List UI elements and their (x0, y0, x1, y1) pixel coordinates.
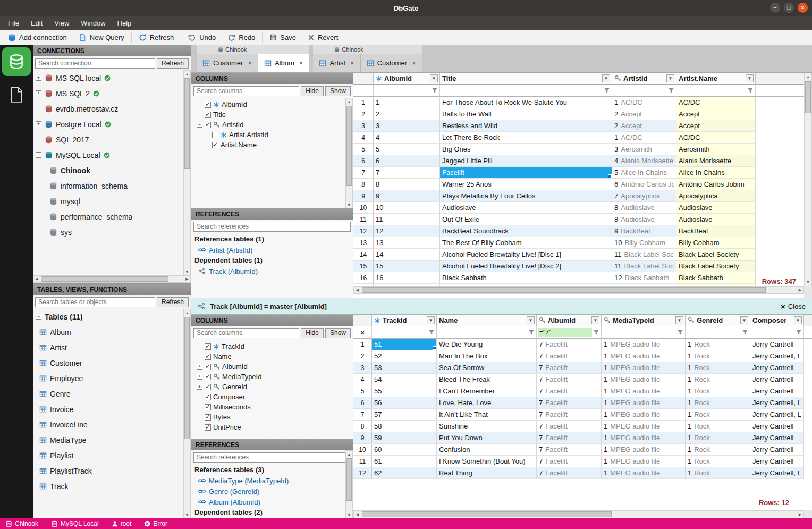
grid-cell[interactable]: Alanis Morissette (676, 155, 756, 167)
grid-cell[interactable]: 1Rock (686, 456, 750, 467)
revert-button[interactable]: Revert (302, 30, 344, 45)
vertical-scrollbar[interactable]: ▲ ▼ (804, 73, 812, 286)
connection-item[interactable]: evrdb.metrostav.cz (33, 101, 183, 116)
menu-edit[interactable]: Edit (25, 18, 48, 29)
scroll-down-arrow[interactable]: ▼ (346, 511, 352, 518)
grid-cell[interactable]: Jerry Cantrell (750, 385, 804, 397)
save-button[interactable]: Save (264, 30, 302, 45)
grid-cell[interactable]: 1Rock (686, 467, 750, 479)
column-checkbox[interactable] (205, 404, 211, 410)
tables-search-input[interactable] (35, 297, 155, 307)
vertical-scrollbar[interactable]: ▲ ▼ (183, 309, 191, 518)
column-menu-button[interactable]: ▼ (527, 316, 535, 324)
column-header-albumid[interactable]: AlbumId▼ (537, 315, 602, 326)
table-item-playlisttrack[interactable]: PlaylistTrack (33, 463, 183, 478)
grid-cell[interactable]: 1MPEG audio file (602, 432, 686, 444)
grid-cell[interactable]: Put You Down (437, 432, 537, 444)
tab-close-icon[interactable]: × (299, 59, 303, 67)
grid-cell[interactable]: Jerry Cantrell, L (750, 350, 804, 362)
grid-cell[interactable]: Black Label Society (676, 249, 756, 261)
scroll-left-arrow[interactable]: ◀ (354, 511, 361, 518)
minimize-button[interactable]: − (770, 3, 780, 13)
grid-cell[interactable]: 1Rock (686, 444, 750, 456)
grid-cell[interactable]: 1MPEG audio file (602, 350, 686, 362)
grid-cell[interactable]: 11Black Label Society (612, 261, 676, 272)
column-header-genreid[interactable]: GenreId▼ (686, 315, 750, 326)
column-checkbox[interactable] (205, 343, 211, 350)
table-item-playlist[interactable]: Playlist (33, 448, 183, 463)
grid-cell[interactable]: 1MPEG audio file (602, 421, 686, 432)
row-number-cell[interactable]: 4 (353, 374, 372, 385)
row-number-cell[interactable]: 6 (353, 397, 372, 409)
column-menu-button[interactable]: ▼ (427, 316, 435, 324)
clear-filters-button[interactable]: × (355, 329, 370, 337)
grid-cell[interactable]: 1MPEG audio file (602, 397, 686, 409)
grid-cell[interactable]: 7Facelift (537, 397, 602, 409)
grid-cell[interactable]: I Know Somethin (Bout You) (437, 456, 537, 467)
column-item[interactable]: Artist.Name (191, 140, 346, 150)
scroll-up-arrow[interactable]: ▲ (805, 73, 811, 80)
column-item[interactable]: Name (191, 351, 346, 362)
row-number-cell[interactable]: 7 (353, 167, 374, 179)
grid-cell[interactable]: 10 (374, 202, 440, 214)
connection-item[interactable]: SQL 2017 (33, 132, 183, 147)
grid-cell[interactable]: 1MPEG audio file (602, 374, 686, 385)
references-search-input[interactable] (193, 222, 351, 232)
scroll-left-arrow[interactable]: ◀ (33, 276, 40, 282)
column-item[interactable]: AlbumId (191, 99, 346, 110)
grid-cell[interactable]: Out Of Exile (440, 214, 612, 225)
scroll-right-arrow[interactable]: ▶ (184, 276, 190, 282)
scroll-down-arrow[interactable]: ▼ (184, 268, 190, 275)
scroll-left-arrow[interactable]: ◀ (354, 287, 361, 293)
tab-close-icon[interactable]: × (248, 59, 252, 67)
row-number-cell[interactable]: 3 (353, 362, 372, 374)
expander-plus-icon[interactable]: + (197, 384, 202, 390)
row-number-cell[interactable]: 7 (353, 409, 372, 421)
table-item-customer[interactable]: Customer (33, 355, 183, 371)
row-number-cell[interactable]: 8 (353, 179, 374, 190)
expander-minus-icon[interactable]: − (36, 152, 41, 158)
grid-cell[interactable]: 7 (374, 167, 440, 179)
connection-item[interactable]: +MS SQL 2 (33, 86, 183, 101)
grid-cell[interactable]: 7Facelift (537, 432, 602, 444)
grid-cell[interactable]: 7Apocalyptica (612, 190, 676, 202)
column-header-albumid[interactable]: AlbumId▼ (374, 73, 440, 85)
grid-cell[interactable]: 2 (374, 108, 440, 120)
grid-cell[interactable]: 7Facelift (537, 467, 602, 479)
database-item[interactable]: performance_schema (33, 209, 183, 224)
grid-cell[interactable]: 1 (374, 97, 440, 108)
reference-link[interactable]: MediaType (MediaTypeId) (191, 475, 345, 486)
column-item[interactable]: Composer (191, 392, 346, 402)
vertical-scrollbar[interactable]: ▲ ▼ (183, 70, 191, 275)
grid-cell[interactable]: 7Facelift (537, 409, 602, 421)
column-checkbox[interactable] (205, 112, 211, 118)
grid-cell[interactable]: 59 (372, 432, 437, 444)
redo-button[interactable]: Redo (222, 30, 261, 45)
grid-cell[interactable]: 1Rock (686, 421, 750, 432)
expander-plus-icon[interactable]: + (36, 75, 41, 81)
column-checkbox[interactable] (205, 102, 211, 108)
grid-cell[interactable]: Man In The Box (437, 350, 537, 362)
grid-cell[interactable]: 15 (374, 261, 440, 272)
expander-minus-icon[interactable]: − (36, 314, 41, 320)
grid-cell[interactable]: Black Sabbath (440, 272, 612, 284)
grid-cell[interactable]: 1MPEG audio file (602, 409, 686, 421)
grid-cell[interactable]: 61 (372, 456, 437, 467)
grid-cell[interactable]: 6Antônio Carlos Jobim (612, 179, 676, 190)
reference-link[interactable]: Album (AlbumId) (191, 497, 345, 507)
grid-cell[interactable]: Billy Cobham (676, 237, 756, 249)
column-header-mediatypeid[interactable]: MediaTypeId▼ (602, 315, 686, 326)
table-item-employee[interactable]: Employee (33, 371, 183, 386)
grid-cell[interactable]: 7Facelift (537, 362, 602, 374)
column-menu-button[interactable]: ▼ (666, 74, 674, 82)
grid-cell[interactable]: Jerry Cantrell (750, 421, 804, 432)
columns-search-input[interactable] (193, 86, 299, 96)
grid-cell[interactable]: AC/DC (676, 97, 756, 108)
grid-cell[interactable]: 1Rock (686, 362, 750, 374)
column-checkbox[interactable] (205, 374, 211, 380)
grid-cell[interactable]: We Die Young (437, 339, 537, 350)
filter-input[interactable] (442, 86, 603, 95)
grid-cell[interactable]: 1Rock (686, 432, 750, 444)
expander-minus-icon[interactable]: − (197, 122, 202, 128)
grid-cell[interactable]: 1Rock (686, 350, 750, 362)
